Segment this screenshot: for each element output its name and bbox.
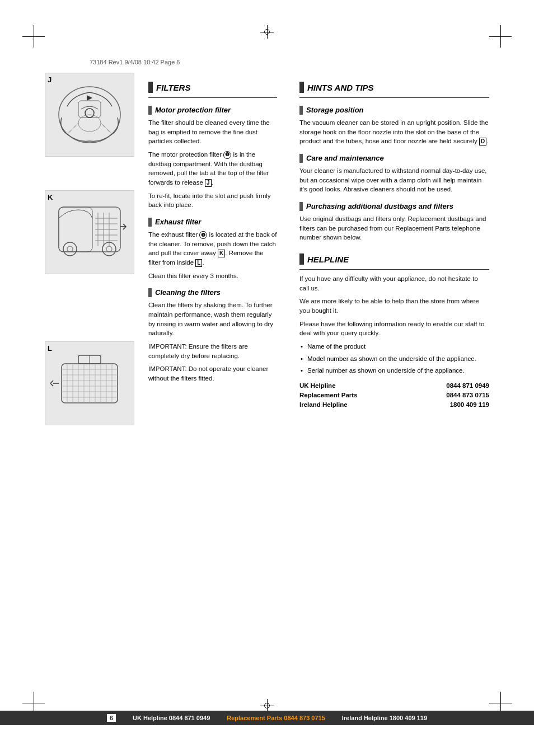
helpline-row-ireland: Ireland Helpline 1800 409 119 (299, 401, 489, 408)
svg-line-4 (101, 123, 112, 134)
cleaning-filters-p1: Clean the filters by shaking them. To fu… (148, 300, 277, 338)
vacuum-svg-k (50, 196, 129, 269)
footer-ireland: Ireland Helpline 1800 409 119 (342, 715, 427, 721)
svg-line-3 (67, 123, 78, 134)
motor-filter-p2: The motor protection filter ❶ is in the … (148, 150, 277, 187)
filters-column: FILTERS Motor protection filter The filt… (148, 73, 288, 694)
helpline-row-parts: Replacement Parts 0844 873 0715 (299, 392, 489, 398)
helpline-title: HELPLINE (307, 255, 349, 264)
page-number-badge: 6 (107, 714, 116, 722)
page-wrapper: 73184 Rev1 9/4/08 10:42 Page 6 J (0, 0, 534, 756)
filters-section-header: FILTERS (148, 82, 277, 93)
exhaust-filter-p1: The exhaust filter ❶ is located at the b… (148, 230, 277, 267)
care-header: Care and maintenance (299, 154, 489, 163)
care-bar (299, 154, 303, 163)
svg-point-17 (67, 246, 73, 252)
helpline-p1: If you have any difficulty with your app… (299, 274, 489, 293)
bullet-item-2: Model number as shown on the underside o… (299, 354, 489, 364)
page-meta: 73184 Rev1 9/4/08 10:42 Page 6 (90, 59, 180, 65)
svg-point-5 (85, 109, 94, 118)
filters-divider (148, 97, 277, 98)
ireland-helpline-label: Ireland Helpline (299, 401, 348, 408)
motor-filter-bar (148, 106, 152, 115)
storage-bar (299, 106, 303, 115)
purchasing-header: Purchasing additional dustbags and filte… (299, 202, 489, 211)
image-k-label: K (48, 193, 53, 201)
ireland-helpline-number: 1800 409 119 (450, 401, 489, 408)
uk-helpline-label: UK Helpline (299, 382, 336, 389)
filters-bar (148, 82, 153, 93)
reg-cross-top (260, 25, 274, 40)
images-column: J K (45, 73, 148, 694)
care-title: Care and maintenance (306, 154, 384, 162)
helpline-p3: Please have the following information re… (299, 320, 489, 338)
hints-column: HINTS AND TIPS Storage position The vacu… (288, 73, 489, 694)
purchasing-title: Purchasing additional dustbags and filte… (306, 202, 453, 210)
reg-mark-tl (22, 25, 45, 48)
image-k: K (45, 190, 134, 274)
bullet-item-1: Name of the product (299, 342, 489, 351)
exhaust-filter-p2: Clean this filter every 3 months. (148, 271, 277, 281)
exhaust-filter-header: Exhaust filter (148, 218, 277, 227)
circle-ref-exhaust: ❶ (199, 231, 207, 239)
vacuum-svg-j (50, 78, 129, 151)
uk-helpline-number: 0844 871 0949 (446, 382, 489, 389)
storage-header: Storage position (299, 106, 489, 115)
hints-divider (299, 97, 489, 98)
hints-section-header: HINTS AND TIPS (299, 82, 489, 93)
helpline-row-uk: UK Helpline 0844 871 0949 (299, 382, 489, 389)
footer-uk: UK Helpline 0844 871 0949 (133, 715, 210, 721)
cleaning-filters-bar (148, 288, 152, 297)
svg-point-19 (106, 246, 112, 252)
cleaning-filters-title: Cleaning the filters (155, 288, 221, 297)
motor-filter-header: Motor protection filter (148, 106, 277, 115)
cleaning-filters-header: Cleaning the filters (148, 288, 277, 297)
bullet-item-3: Serial number as shown on underside of t… (299, 366, 489, 375)
letter-ref-k: K (218, 250, 225, 257)
circle-ref-motor: ❶ (223, 151, 231, 159)
reg-mark-tr (489, 25, 512, 48)
hints-title: HINTS AND TIPS (307, 83, 374, 92)
letter-ref-l: L (195, 259, 202, 267)
helpline-table: UK Helpline 0844 871 0949 Replacement Pa… (299, 382, 489, 408)
image-j: J (45, 73, 134, 157)
footer-parts: Replacement Parts 0844 873 0715 (227, 715, 325, 721)
purchasing-bar (299, 202, 303, 211)
motor-filter-title: Motor protection filter (155, 106, 231, 114)
helpline-divider (299, 269, 489, 270)
image-j-label: J (48, 76, 51, 84)
helpline-section-header: HELPLINE (299, 253, 489, 265)
care-p1: Your cleaner is manufactured to withstan… (299, 166, 489, 194)
svg-point-16 (63, 242, 77, 256)
motor-filter-p3: To re-fit, locate into the slot and push… (148, 191, 277, 210)
parts-helpline-label: Replacement Parts (299, 392, 358, 398)
footer-bar: 6 UK Helpline 0844 871 0949 Replacement … (0, 711, 534, 725)
storage-p1: The vacuum cleaner can be stored in an u… (299, 118, 489, 146)
hints-bar (299, 82, 304, 93)
helpline-p2: We are more likely to be able to help th… (299, 297, 489, 315)
purchasing-p1: Use original dustbags and filters only. … (299, 214, 489, 242)
helpline-bullet-list: Name of the product Model number as show… (299, 342, 489, 375)
exhaust-filter-title: Exhaust filter (155, 218, 201, 226)
filters-title: FILTERS (156, 83, 190, 92)
parts-helpline-number: 0844 873 0715 (446, 392, 489, 398)
exhaust-filter-bar (148, 218, 152, 227)
vacuum-svg-l (50, 347, 129, 420)
cleaning-filters-p2: IMPORTANT: Ensure the filters are comple… (148, 342, 277, 360)
letter-ref-d: D (479, 138, 486, 145)
main-content: J K (45, 73, 489, 694)
motor-filter-p1: The filter should be cleaned every time … (148, 118, 277, 146)
helpline-bar (299, 253, 304, 265)
image-l: L (45, 341, 134, 425)
cleaning-filters-p3: IMPORTANT: Do not operate your cleaner w… (148, 364, 277, 383)
storage-title: Storage position (306, 106, 364, 114)
image-l-label: L (48, 344, 52, 353)
letter-ref-j: J (205, 179, 212, 187)
